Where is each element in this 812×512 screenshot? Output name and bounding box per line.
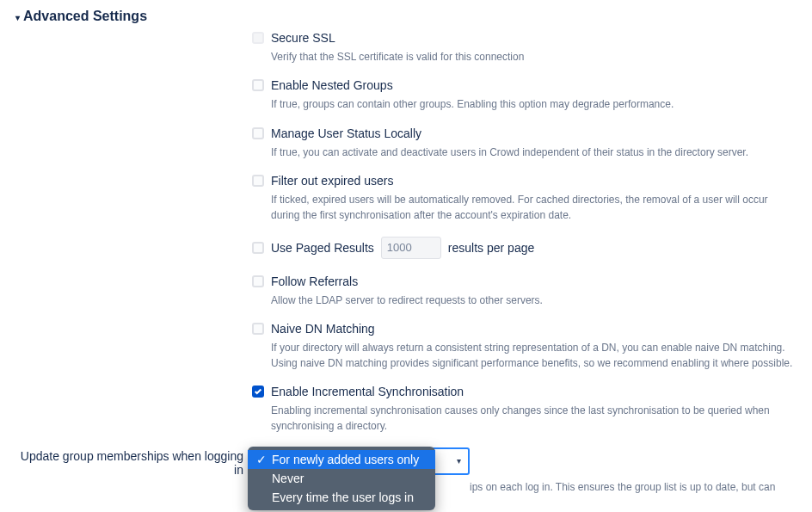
dropdown-option-label: For newly added users only	[272, 453, 419, 466]
naive-dn-checkbox[interactable]	[252, 323, 264, 335]
secure-ssl-label: Secure SSL	[271, 31, 335, 45]
enable-nested-groups-label: Enable Nested Groups	[271, 78, 393, 92]
check-icon	[254, 387, 262, 396]
incremental-sync-label: Enable Incremental Synchronisation	[271, 385, 464, 398]
naive-dn-desc: If your directory will always return a c…	[271, 341, 797, 371]
manage-user-status-desc: If true, you can activate and deactivate…	[271, 145, 797, 160]
filter-expired-label: Filter out expired users	[271, 174, 393, 188]
dropdown-option-label: Every time the user logs in	[272, 490, 414, 504]
dropdown-option-never[interactable]: Never	[248, 469, 435, 488]
chevron-down-icon: ▾	[457, 456, 461, 466]
incremental-sync-desc: Enabling incremental synchronisation cau…	[271, 404, 797, 434]
secure-ssl-checkbox	[252, 32, 264, 44]
incremental-sync-checkbox[interactable]	[252, 386, 264, 398]
follow-referrals-checkbox[interactable]	[252, 275, 264, 287]
enable-nested-groups-checkbox[interactable]	[252, 79, 264, 91]
update-groups-dropdown: ✓ For newly added users only Never Every…	[248, 447, 435, 510]
paged-results-input[interactable]	[381, 237, 441, 259]
manage-user-status-label: Manage User Status Locally	[271, 126, 421, 140]
naive-dn-label: Naive DN Matching	[271, 322, 375, 336]
use-paged-results-checkbox[interactable]	[252, 242, 264, 254]
follow-referrals-label: Follow Referrals	[271, 275, 358, 288]
use-paged-results-label: Use Paged Results	[271, 241, 374, 255]
section-title: Advanced Settings	[23, 9, 147, 24]
dropdown-option-every-time[interactable]: Every time the user logs in	[248, 488, 435, 507]
update-groups-label: Update group memberships when logging in	[15, 447, 252, 477]
filter-expired-desc: If ticked, expired users will be automat…	[271, 193, 797, 223]
follow-referrals-desc: Allow the LDAP server to redirect reques…	[271, 293, 797, 308]
secure-ssl-desc: Verify that the SSL certificate is valid…	[271, 50, 797, 65]
section-header[interactable]: ▾ Advanced Settings	[15, 9, 797, 24]
dropdown-option-newly-added[interactable]: ✓ For newly added users only	[248, 450, 435, 469]
paged-results-suffix: results per page	[448, 241, 534, 255]
enable-nested-groups-desc: If true, groups can contain other groups…	[271, 97, 797, 112]
dropdown-option-label: Never	[272, 472, 304, 485]
advanced-settings-form: Secure SSL Verify that the SSL certifica…	[15, 31, 797, 512]
chevron-down-icon: ▾	[15, 13, 20, 22]
check-icon: ✓	[256, 453, 267, 466]
filter-expired-checkbox[interactable]	[252, 175, 264, 187]
manage-user-status-checkbox[interactable]	[252, 127, 264, 139]
